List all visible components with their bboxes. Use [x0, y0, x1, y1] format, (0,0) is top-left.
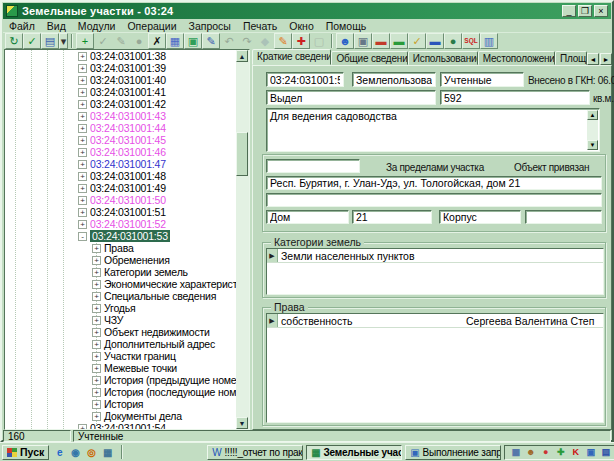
status-field[interactable]: [440, 72, 524, 87]
copy-icon[interactable]: ▣: [354, 33, 372, 49]
kaspersky-tray-icon[interactable]: K: [569, 447, 582, 457]
expand-icon[interactable]: +: [78, 88, 87, 97]
tree-item[interactable]: +Документы дела: [5, 410, 237, 422]
menu-item-запросы[interactable]: Запросы: [183, 20, 237, 32]
display-tray-icon[interactable]: ▦: [509, 447, 522, 457]
tree-item[interactable]: +Категории земель: [5, 266, 237, 278]
expand-icon[interactable]: +: [78, 208, 87, 217]
doc-tray-icon[interactable]: ▣: [584, 447, 597, 457]
agent-tray-icon[interactable]: ☻: [524, 447, 537, 457]
memo-scrollbar[interactable]: ▲ ▼: [587, 110, 598, 150]
scroll-up-icon[interactable]: ▲: [236, 50, 248, 62]
close-button[interactable]: ×: [594, 5, 608, 17]
scroll-down-icon[interactable]: ▼: [587, 140, 598, 150]
tree-item[interactable]: +Специальные сведения: [5, 290, 237, 302]
expand-icon[interactable]: +: [92, 328, 101, 337]
mail-quicklaunch-icon[interactable]: ◉: [68, 445, 83, 460]
expand-icon[interactable]: +: [78, 184, 87, 193]
expand-icon[interactable]: +: [92, 256, 101, 265]
tree-item[interactable]: +03:24:031001:47: [5, 158, 237, 170]
expand-icon[interactable]: +: [92, 244, 101, 253]
task-button-2[interactable]: ▦Земельные участ...: [306, 445, 402, 460]
start-button[interactable]: Пуск: [2, 445, 49, 460]
tree-item[interactable]: +История (предыдущие номера): [5, 374, 237, 386]
expand-icon[interactable]: +: [78, 424, 87, 430]
tree-item[interactable]: -03:24:031001:53: [5, 230, 237, 242]
tab-5[interactable]: Площ: [555, 51, 587, 65]
tab-3[interactable]: Использование: [408, 51, 478, 65]
address-extra-field[interactable]: [266, 193, 602, 207]
tree-item[interactable]: +03:24:031001:54: [5, 422, 237, 429]
expand-icon[interactable]: +: [78, 220, 87, 229]
expand-icon[interactable]: +: [92, 400, 101, 409]
map-icon[interactable]: ▣: [184, 33, 202, 49]
rights-grid[interactable]: ▶ собственность Сергеева Валентина Степ: [266, 313, 604, 423]
expand-icon[interactable]: +: [92, 352, 101, 361]
tree-item[interactable]: +03:24:031001:38: [5, 50, 237, 62]
users-icon[interactable]: ☻: [336, 33, 354, 49]
task-button-3[interactable]: ▣Выполнение запроса: [405, 445, 501, 460]
pin-icon[interactable]: ✎: [274, 33, 292, 49]
tree-item[interactable]: +03:24:031001:44: [5, 122, 237, 134]
tree-item[interactable]: +03:24:031001:39: [5, 62, 237, 74]
archive-icon[interactable]: ▥: [480, 33, 498, 49]
tree-item[interactable]: +Угодья: [5, 302, 237, 314]
expand-icon[interactable]: +: [78, 124, 87, 133]
menu-item-файл[interactable]: Файл: [3, 20, 41, 32]
expand-icon[interactable]: +: [78, 64, 87, 73]
book-check-icon[interactable]: ✓: [408, 33, 426, 49]
expand-icon[interactable]: +: [92, 316, 101, 325]
expand-icon[interactable]: +: [92, 412, 101, 421]
sql-icon[interactable]: SQL: [462, 33, 480, 49]
print-icon[interactable]: ▤: [41, 33, 59, 49]
expand-icon[interactable]: +: [92, 268, 101, 277]
expand-icon[interactable]: +: [78, 148, 87, 157]
tree-item[interactable]: +Права: [5, 242, 237, 254]
tree-item[interactable]: +03:24:031001:50: [5, 194, 237, 206]
tab-4[interactable]: Местоположение: [478, 51, 555, 65]
scroll-down-icon[interactable]: ▼: [236, 417, 248, 429]
scroll-up-icon[interactable]: ▲: [587, 110, 598, 120]
area-field[interactable]: [440, 90, 590, 105]
print-dropdown-icon[interactable]: ▾: [59, 33, 68, 49]
show-desktop-quicklaunch-icon[interactable]: ▦: [100, 445, 115, 460]
globe-icon[interactable]: ●: [444, 33, 462, 49]
expand-icon[interactable]: +: [92, 376, 101, 385]
category-row[interactable]: ▶ Земли населенных пунктов: [267, 249, 603, 263]
book-stack-icon[interactable]: ▬: [426, 33, 444, 49]
tree-item[interactable]: +История (последующие номера): [5, 386, 237, 398]
expand-icon[interactable]: +: [78, 172, 87, 181]
expand-icon[interactable]: +: [78, 100, 87, 109]
tree-item[interactable]: +03:24:031001:40: [5, 74, 237, 86]
landmark-field[interactable]: [266, 159, 360, 173]
task-button-1[interactable]: W!!!!!_отчет по практи...: [207, 445, 303, 460]
tree-item[interactable]: +03:24:031001:41: [5, 86, 237, 98]
house-label-field[interactable]: [266, 210, 349, 224]
tree-item[interactable]: +03:24:031001:48: [5, 170, 237, 182]
tree-item[interactable]: +03:24:031001:52: [5, 218, 237, 230]
tree-item[interactable]: +Обременения: [5, 254, 237, 266]
tree-scrollbar[interactable]: ▲ ▼: [236, 50, 249, 429]
update-tray-icon[interactable]: ●: [539, 447, 552, 457]
menu-item-операции[interactable]: Операции: [121, 20, 182, 32]
calendar-add-icon[interactable]: ✚: [292, 33, 310, 49]
expand-icon[interactable]: +: [78, 76, 87, 85]
add-record-icon[interactable]: +: [76, 33, 94, 49]
corpus-value-field[interactable]: [525, 210, 602, 224]
expand-icon[interactable]: +: [78, 52, 87, 61]
tree-item[interactable]: +ЧЗУ: [5, 314, 237, 326]
subtype-field[interactable]: [266, 90, 436, 105]
expand-icon[interactable]: +: [92, 388, 101, 397]
tab-scroll-left-icon[interactable]: ◄: [587, 53, 599, 65]
ie-quicklaunch-icon[interactable]: e: [52, 445, 67, 460]
tree-item[interactable]: +Межевые точки: [5, 362, 237, 374]
expand-icon[interactable]: +: [92, 280, 101, 289]
tree-scrollbar-thumb[interactable]: [236, 132, 248, 176]
expand-icon[interactable]: +: [78, 196, 87, 205]
refresh-icon[interactable]: ↻: [5, 33, 23, 49]
mediaplayer-quicklaunch-icon[interactable]: ◎: [84, 445, 99, 460]
menu-item-модули[interactable]: Модули: [72, 20, 122, 32]
expand-icon[interactable]: +: [78, 112, 87, 121]
grid-view-icon[interactable]: ▦: [166, 33, 184, 49]
expand-icon[interactable]: +: [78, 160, 87, 169]
